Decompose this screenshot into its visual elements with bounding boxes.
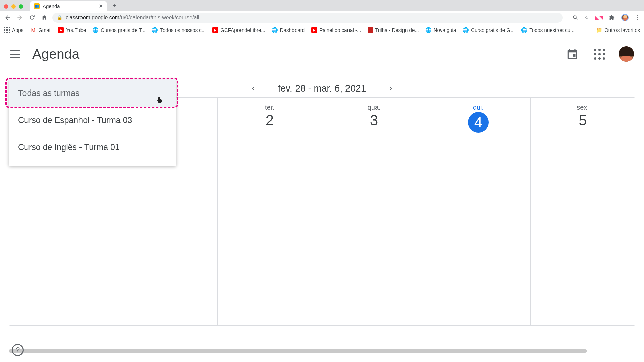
main-menu-button[interactable]: [10, 50, 20, 58]
bookmark-item-7[interactable]: Trilha - Design de...: [368, 27, 419, 33]
mac-window-controls[interactable]: [4, 4, 23, 11]
dropdown-item-all-classes[interactable]: Todas as turmas: [9, 79, 176, 107]
globe-icon: 🌐: [93, 27, 98, 33]
youtube-icon: ▶: [58, 27, 64, 33]
lock-icon: 🔒: [57, 15, 62, 20]
youtube-icon: ▶: [311, 27, 317, 33]
bookmark-apps[interactable]: Apps: [4, 27, 23, 33]
calendar-col-sex: sex. 5: [531, 98, 635, 325]
calendar-col-qua: qua. 3: [322, 98, 426, 325]
svg-point-0: [573, 16, 576, 19]
day-number: 2: [218, 112, 322, 129]
tab-favicon-icon: 👥: [34, 3, 40, 9]
home-button[interactable]: [40, 14, 48, 21]
tab-title: Agenda: [43, 3, 60, 9]
forward-button[interactable]: [16, 14, 23, 21]
globe-icon: 🌐: [152, 27, 158, 33]
calendar-today-icon[interactable]: [566, 48, 579, 60]
bookmark-youtube[interactable]: ▶YouTube: [58, 27, 86, 33]
bookmark-item-6[interactable]: ▶Painel do canal -...: [311, 27, 361, 33]
horizontal-scrollbar[interactable]: [9, 349, 587, 353]
new-tab-button[interactable]: +: [110, 1, 119, 10]
address-bar[interactable]: 🔒 classroom.google.com/u/0/calendar/this…: [52, 13, 563, 23]
day-number: 3: [322, 112, 426, 129]
bookmark-item-2[interactable]: 🌐Cursos gratis de T...: [93, 27, 145, 33]
dropdown-item-class[interactable]: Curso de Inglês - Turma 01: [9, 134, 176, 161]
site-icon: [368, 27, 373, 33]
url-path: /u/0/calendar/this-week/course/all: [119, 15, 199, 20]
day-number-today: 4: [468, 112, 489, 133]
browser-chrome: 👥 Agenda ✕ + 🔒 classroom.google.com/u/0/…: [0, 0, 644, 36]
extensions-puzzle-icon[interactable]: [609, 15, 615, 21]
bookmark-item-8[interactable]: 🌐Nova guia: [426, 27, 457, 33]
browser-tab-active[interactable]: 👥 Agenda ✕: [30, 1, 107, 11]
url-domain: classroom.google.com: [66, 15, 119, 20]
next-week-button[interactable]: [386, 83, 396, 94]
svg-rect-2: [573, 54, 576, 57]
browser-toolbar: 🔒 classroom.google.com/u/0/calendar/this…: [0, 11, 644, 24]
gmail-icon: M: [30, 27, 36, 33]
back-button[interactable]: [4, 14, 11, 21]
profile-avatar-small[interactable]: [621, 14, 629, 21]
bookmark-item-4[interactable]: ▶GCFAprendeLibre...: [212, 27, 265, 33]
bookmark-gmail[interactable]: MGmail: [30, 27, 51, 33]
globe-icon: 🌐: [426, 27, 431, 33]
scrollbar-thumb[interactable]: [9, 349, 587, 353]
mac-close-icon[interactable]: [4, 4, 8, 9]
bookmark-item-3[interactable]: 🌐Todos os nossos c...: [152, 27, 206, 33]
app-header: Agenda: [0, 36, 644, 72]
day-number: 5: [531, 112, 635, 129]
mac-minimize-icon[interactable]: [11, 4, 16, 9]
globe-icon: 🌐: [521, 27, 527, 33]
zoom-icon[interactable]: [572, 15, 578, 21]
chrome-menu-icon[interactable]: ⋮: [635, 14, 640, 21]
svg-line-1: [576, 18, 577, 20]
help-button[interactable]: ?: [12, 344, 24, 356]
tab-strip: 👥 Agenda ✕ +: [0, 0, 644, 11]
help-icon: ?: [16, 346, 20, 354]
day-of-week: sex.: [531, 104, 635, 111]
reload-button[interactable]: [28, 14, 36, 21]
calendar-col-qui: qui. 4: [426, 98, 531, 325]
google-apps-icon[interactable]: [594, 49, 605, 60]
dropdown-item-class[interactable]: Curso de Espanhol - Turma 03: [9, 107, 176, 134]
bookmarks-bar: Apps MGmail ▶YouTube 🌐Cursos gratis de T…: [0, 24, 644, 36]
bookmark-item-10[interactable]: 🌐Todos nuestros cu...: [521, 27, 574, 33]
folder-icon: 📁: [596, 27, 602, 33]
day-of-week: ter.: [218, 104, 322, 111]
extension-icon[interactable]: ◣◥: [595, 14, 603, 21]
bookmark-item-9[interactable]: 🌐Curso gratis de G...: [463, 27, 515, 33]
date-range-label: fev. 28 - mar. 6, 2021: [278, 83, 366, 94]
calendar-col-ter: ter. 2: [218, 98, 322, 325]
youtube-icon: ▶: [212, 27, 218, 33]
prev-week-button[interactable]: [248, 83, 258, 94]
day-of-week: qui.: [426, 104, 530, 111]
globe-icon: 🌐: [272, 27, 278, 33]
tab-close-icon[interactable]: ✕: [99, 3, 103, 9]
bookmark-star-icon[interactable]: ☆: [584, 14, 589, 21]
bookmark-item-5[interactable]: 🌐Dashboard: [272, 27, 305, 33]
mac-zoom-icon[interactable]: [19, 4, 23, 9]
apps-grid-icon: [4, 27, 10, 33]
day-of-week: qua.: [322, 104, 426, 111]
toolbar-right-icons: ☆ ◣◥ ⋮: [572, 14, 640, 21]
globe-icon: 🌐: [463, 27, 469, 33]
class-filter-dropdown[interactable]: Todas as turmas Curso de Espanhol - Turm…: [9, 79, 176, 166]
other-bookmarks[interactable]: 📁Outros favoritos: [596, 27, 640, 33]
account-avatar[interactable]: [619, 46, 634, 62]
page-title: Agenda: [32, 46, 79, 62]
